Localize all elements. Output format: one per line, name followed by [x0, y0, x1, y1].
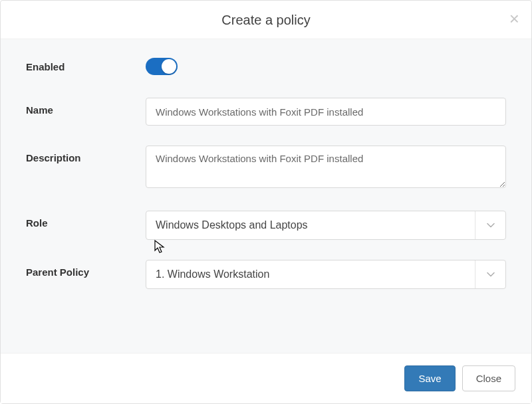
role-select[interactable]: Windows Desktops and Laptops — [146, 211, 506, 240]
row-enabled: Enabled — [26, 58, 506, 75]
dialog-body: Enabled Name Description Role Wind — [1, 39, 531, 353]
description-input[interactable] — [146, 146, 506, 188]
description-label: Description — [26, 146, 146, 163]
enabled-toggle[interactable] — [146, 58, 178, 75]
parent-policy-select[interactable]: 1. Windows Workstation — [146, 260, 506, 289]
parent-policy-select-arrow — [475, 260, 505, 288]
toggle-knob — [162, 59, 176, 74]
chevron-down-icon — [487, 221, 495, 229]
row-role: Role Windows Desktops and Laptops — [26, 211, 506, 240]
close-button[interactable]: Close — [462, 365, 515, 391]
row-description: Description — [26, 146, 506, 191]
row-name: Name — [26, 98, 506, 126]
role-select-value: Windows Desktops and Laptops — [146, 211, 475, 239]
name-input[interactable] — [146, 98, 506, 126]
role-label: Role — [26, 211, 146, 229]
save-button[interactable]: Save — [404, 365, 455, 391]
parent-policy-label: Parent Policy — [26, 260, 146, 278]
role-select-arrow — [475, 211, 505, 239]
name-label: Name — [26, 98, 146, 116]
parent-policy-select-value: 1. Windows Workstation — [146, 260, 475, 288]
dialog-footer: Save Close — [1, 353, 531, 403]
create-policy-dialog: Create a policy × Enabled Name Descripti… — [0, 0, 532, 404]
close-icon[interactable]: × — [509, 10, 519, 27]
dialog-title: Create a policy — [17, 13, 515, 28]
chevron-down-icon — [487, 270, 495, 278]
enabled-label: Enabled — [26, 61, 146, 72]
dialog-header: Create a policy × — [1, 1, 531, 39]
row-parent-policy: Parent Policy 1. Windows Workstation — [26, 260, 506, 289]
